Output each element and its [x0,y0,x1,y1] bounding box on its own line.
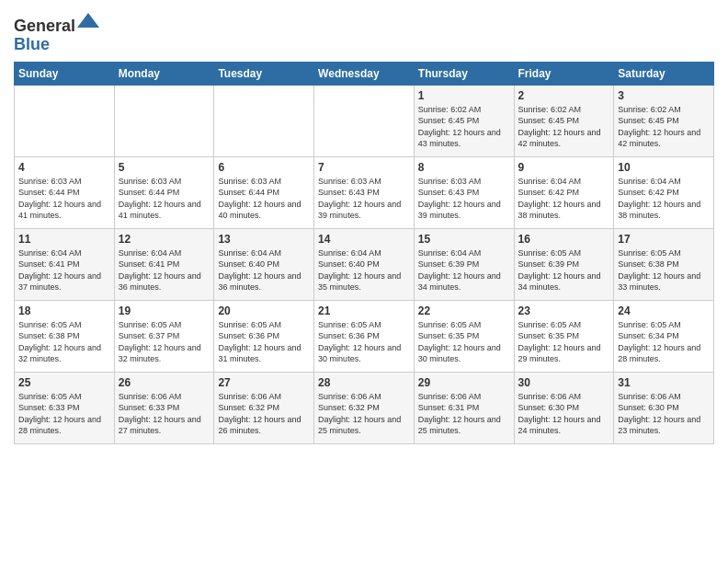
day-number: 6 [218,161,310,174]
day-info: Sunrise: 6:06 AM Sunset: 6:31 PM Dayligh… [418,391,510,437]
day-number: 7 [318,161,410,174]
day-info: Sunrise: 6:05 AM Sunset: 6:35 PM Dayligh… [418,319,510,365]
logo-icon [77,9,99,31]
calendar-cell: 15Sunrise: 6:04 AM Sunset: 6:39 PM Dayli… [414,228,514,300]
day-info: Sunrise: 6:05 AM Sunset: 6:33 PM Dayligh… [18,391,110,437]
day-number: 25 [18,376,110,389]
day-info: Sunrise: 6:03 AM Sunset: 6:43 PM Dayligh… [418,176,510,222]
calendar-cell [15,85,115,156]
calendar-cell: 16Sunrise: 6:05 AM Sunset: 6:39 PM Dayli… [514,228,614,300]
day-number: 12 [119,233,210,246]
calendar-cell: 3Sunrise: 6:02 AM Sunset: 6:45 PM Daylig… [614,85,714,156]
day-number: 1 [418,89,510,102]
week-row-4: 25Sunrise: 6:05 AM Sunset: 6:33 PM Dayli… [15,372,714,443]
day-number: 28 [318,376,410,389]
calendar-cell: 23Sunrise: 6:05 AM Sunset: 6:35 PM Dayli… [514,300,614,372]
week-row-2: 11Sunrise: 6:04 AM Sunset: 6:41 PM Dayli… [15,228,714,300]
calendar-cell: 4Sunrise: 6:03 AM Sunset: 6:44 PM Daylig… [15,156,115,228]
calendar-cell: 31Sunrise: 6:06 AM Sunset: 6:30 PM Dayli… [614,372,714,443]
day-info: Sunrise: 6:06 AM Sunset: 6:32 PM Dayligh… [318,391,410,437]
week-row-3: 18Sunrise: 6:05 AM Sunset: 6:38 PM Dayli… [15,300,714,372]
calendar-cell: 13Sunrise: 6:04 AM Sunset: 6:40 PM Dayli… [214,228,314,300]
day-number: 31 [618,376,710,389]
day-number: 30 [518,376,610,389]
calendar-cell: 17Sunrise: 6:05 AM Sunset: 6:38 PM Dayli… [614,228,714,300]
calendar-table: SundayMondayTuesdayWednesdayThursdayFrid… [14,62,714,444]
day-info: Sunrise: 6:06 AM Sunset: 6:30 PM Dayligh… [518,391,610,437]
calendar-cell: 18Sunrise: 6:05 AM Sunset: 6:38 PM Dayli… [15,300,115,372]
day-info: Sunrise: 6:02 AM Sunset: 6:45 PM Dayligh… [618,104,710,150]
day-info: Sunrise: 6:03 AM Sunset: 6:43 PM Dayligh… [318,176,410,222]
day-number: 9 [518,161,610,174]
day-number: 13 [218,233,310,246]
day-info: Sunrise: 6:05 AM Sunset: 6:35 PM Dayligh… [518,319,610,365]
week-row-1: 4Sunrise: 6:03 AM Sunset: 6:44 PM Daylig… [15,156,714,228]
day-info: Sunrise: 6:02 AM Sunset: 6:45 PM Dayligh… [518,104,610,150]
day-number: 10 [618,161,710,174]
calendar-cell: 11Sunrise: 6:04 AM Sunset: 6:41 PM Dayli… [15,228,115,300]
page: General Blue SundayMondayTuesdayWednesda… [0,0,728,563]
logo-general: General [14,17,75,35]
day-number: 22 [418,304,510,317]
day-number: 4 [18,161,110,174]
calendar-cell: 27Sunrise: 6:06 AM Sunset: 6:32 PM Dayli… [214,372,314,443]
week-row-0: 1Sunrise: 6:02 AM Sunset: 6:45 PM Daylig… [15,85,714,156]
calendar-cell: 5Sunrise: 6:03 AM Sunset: 6:44 PM Daylig… [114,156,214,228]
day-info: Sunrise: 6:04 AM Sunset: 6:39 PM Dayligh… [418,247,510,293]
day-info: Sunrise: 6:04 AM Sunset: 6:40 PM Dayligh… [218,247,310,293]
calendar-cell [114,85,214,156]
calendar-cell: 26Sunrise: 6:06 AM Sunset: 6:33 PM Dayli… [114,372,214,443]
day-info: Sunrise: 6:05 AM Sunset: 6:37 PM Dayligh… [119,319,210,365]
calendar-cell: 9Sunrise: 6:04 AM Sunset: 6:42 PM Daylig… [514,156,614,228]
day-number: 24 [618,304,710,317]
day-info: Sunrise: 6:04 AM Sunset: 6:42 PM Dayligh… [618,176,710,222]
day-info: Sunrise: 6:02 AM Sunset: 6:45 PM Dayligh… [418,104,510,150]
calendar-cell: 8Sunrise: 6:03 AM Sunset: 6:43 PM Daylig… [414,156,514,228]
calendar-cell: 2Sunrise: 6:02 AM Sunset: 6:45 PM Daylig… [514,85,614,156]
calendar-cell: 19Sunrise: 6:05 AM Sunset: 6:37 PM Dayli… [114,300,214,372]
logo-text: General Blue [14,9,99,54]
day-info: Sunrise: 6:04 AM Sunset: 6:41 PM Dayligh… [119,247,210,293]
calendar-cell: 12Sunrise: 6:04 AM Sunset: 6:41 PM Dayli… [114,228,214,300]
day-info: Sunrise: 6:04 AM Sunset: 6:40 PM Dayligh… [318,247,410,293]
weekday-header-row: SundayMondayTuesdayWednesdayThursdayFrid… [15,62,714,85]
day-number: 5 [119,161,210,174]
calendar-cell: 25Sunrise: 6:05 AM Sunset: 6:33 PM Dayli… [15,372,115,443]
day-number: 17 [618,233,710,246]
day-info: Sunrise: 6:05 AM Sunset: 6:38 PM Dayligh… [618,247,710,293]
day-number: 18 [18,304,110,317]
day-info: Sunrise: 6:03 AM Sunset: 6:44 PM Dayligh… [119,176,210,222]
calendar-cell: 10Sunrise: 6:04 AM Sunset: 6:42 PM Dayli… [614,156,714,228]
calendar-cell: 1Sunrise: 6:02 AM Sunset: 6:45 PM Daylig… [414,85,514,156]
day-number: 11 [18,233,110,246]
calendar-cell: 14Sunrise: 6:04 AM Sunset: 6:40 PM Dayli… [314,228,415,300]
weekday-thursday: Thursday [414,62,514,85]
day-info: Sunrise: 6:04 AM Sunset: 6:42 PM Dayligh… [518,176,610,222]
day-info: Sunrise: 6:04 AM Sunset: 6:41 PM Dayligh… [18,247,110,293]
svg-marker-0 [77,13,99,28]
day-info: Sunrise: 6:05 AM Sunset: 6:36 PM Dayligh… [318,319,410,365]
calendar-cell [314,85,415,156]
day-number: 14 [318,233,410,246]
weekday-wednesday: Wednesday [314,62,415,85]
day-number: 2 [518,89,610,102]
calendar-cell: 6Sunrise: 6:03 AM Sunset: 6:44 PM Daylig… [214,156,314,228]
day-number: 3 [618,89,710,102]
calendar-cell: 29Sunrise: 6:06 AM Sunset: 6:31 PM Dayli… [414,372,514,443]
calendar-cell: 24Sunrise: 6:05 AM Sunset: 6:34 PM Dayli… [614,300,714,372]
weekday-monday: Monday [114,62,214,85]
calendar-cell: 20Sunrise: 6:05 AM Sunset: 6:36 PM Dayli… [214,300,314,372]
day-info: Sunrise: 6:05 AM Sunset: 6:36 PM Dayligh… [218,319,310,365]
day-info: Sunrise: 6:06 AM Sunset: 6:32 PM Dayligh… [218,391,310,437]
logo: General Blue [14,9,99,54]
day-number: 27 [218,376,310,389]
weekday-tuesday: Tuesday [214,62,314,85]
weekday-saturday: Saturday [614,62,714,85]
calendar-cell: 22Sunrise: 6:05 AM Sunset: 6:35 PM Dayli… [414,300,514,372]
calendar-cell: 30Sunrise: 6:06 AM Sunset: 6:30 PM Dayli… [514,372,614,443]
day-number: 19 [119,304,210,317]
day-info: Sunrise: 6:05 AM Sunset: 6:39 PM Dayligh… [518,247,610,293]
calendar-cell [214,85,314,156]
day-number: 21 [318,304,410,317]
day-number: 29 [418,376,510,389]
